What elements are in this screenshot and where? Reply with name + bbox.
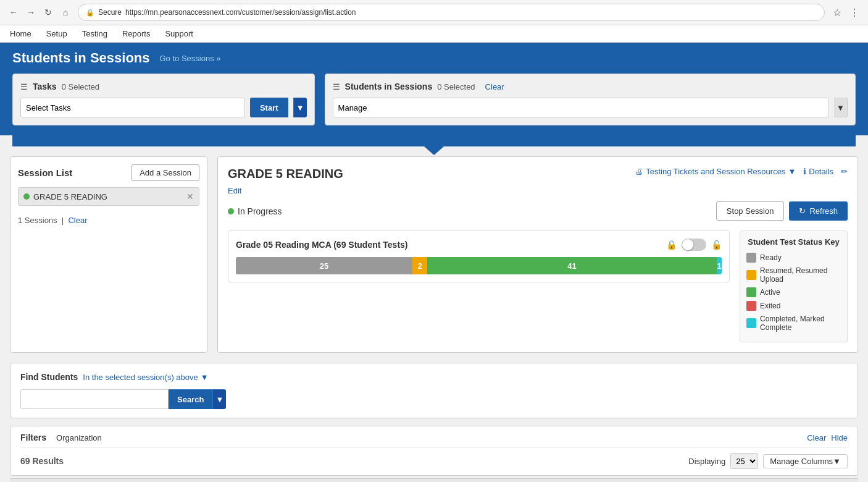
filter-chevron-icon: ▼ [201, 373, 209, 382]
testing-tickets-link[interactable]: 🖨 Testing Tickets and Session Resources … [635, 167, 796, 176]
refresh-button[interactable]: ↻ Refresh [789, 201, 848, 221]
grade-content: Grade 05 Reading MCA (69 Student Tests) … [228, 230, 730, 342]
manage-columns-button[interactable]: Manage Columns▼ [763, 454, 848, 468]
resumed-label: Resumed, Resumed Upload [760, 266, 841, 284]
sessions-manage-select[interactable]: Manage [333, 98, 829, 117]
lock-open-icon: 🔓 [711, 240, 722, 250]
grade-session-actions: 🖨 Testing Tickets and Session Resources … [635, 167, 848, 176]
sessions-clear-link[interactable]: Clear [485, 82, 504, 91]
nav-reports[interactable]: Reports [122, 29, 151, 38]
add-session-button[interactable]: Add a Session [131, 164, 199, 181]
sessions-icon: ☰ [333, 82, 340, 91]
bookmark-button[interactable]: ☆ [830, 5, 845, 20]
sessions-controls: Manage ▼ [333, 98, 848, 117]
refresh-icon: ↻ [799, 206, 806, 216]
menu-button[interactable]: ⋮ [847, 5, 862, 20]
tasks-panel-header: ☰ Tasks 0 Selected [20, 82, 307, 91]
completed-swatch [746, 318, 756, 328]
back-button[interactable]: ← [6, 5, 21, 20]
details-link[interactable]: ℹ Details [803, 167, 833, 176]
find-students-label: Find Students [20, 372, 78, 382]
per-page-select[interactable]: 25 [730, 453, 758, 469]
status-key-item-active: Active [746, 287, 841, 297]
filters-results-section: Filters Organization Clear Hide 69 Resul… [10, 426, 858, 476]
grade-session-title: GRADE 5 READING [228, 167, 343, 181]
lock-closed-icon: 🔒 [666, 240, 677, 250]
search-button[interactable]: Search [169, 389, 212, 409]
find-students-input[interactable] [20, 389, 169, 409]
home-button[interactable]: ⌂ [58, 5, 73, 20]
active-swatch [746, 287, 756, 297]
active-label: Active [760, 288, 780, 297]
manage-arrow-button[interactable]: ▼ [834, 98, 848, 117]
tasks-controls: Select Tasks Start ▼ [20, 98, 307, 117]
completed-label: Completed, Marked Complete [760, 315, 841, 332]
goto-sessions-link[interactable]: Go to Sessions » [160, 54, 221, 63]
tasks-panel: ☰ Tasks 0 Selected Select Tasks Start ▼ [12, 74, 315, 125]
exited-label: Exited [760, 302, 780, 310]
results-row: 69 Results Displaying 25 Manage Columns▼ [20, 448, 848, 469]
blue-connector [12, 135, 856, 146]
sessions-panel-title: Students in Sessions [345, 82, 433, 91]
tasks-icon: ☰ [20, 82, 28, 91]
toggle-switch[interactable] [682, 239, 706, 251]
nav-home[interactable]: Home [10, 29, 31, 38]
status-key-title: Student Test Status Key [746, 237, 841, 247]
exited-swatch [746, 301, 756, 311]
top-navigation: Home Setup Testing Reports Support [0, 25, 868, 43]
session-list-header: Session List Add a Session [18, 164, 199, 181]
edit-icon[interactable]: ✏ [841, 167, 848, 176]
nav-support[interactable]: Support [165, 29, 193, 38]
secure-label: Secure [98, 8, 122, 17]
stop-session-button[interactable]: Stop Session [716, 201, 785, 221]
sessions-count-label: 1 Sessions [18, 216, 57, 225]
table-header-row: D Last Name First Name Middle Name Usern… [10, 478, 858, 482]
filters-clear-link[interactable]: Clear [807, 433, 826, 442]
find-students-filter-button[interactable]: In the selected session(s) above ▼ [83, 373, 208, 382]
sessions-panel-count: 0 Selected [437, 82, 475, 91]
session-list-panel: Session List Add a Session GRADE 5 READI… [10, 156, 207, 353]
session-footer: 1 Sessions | Clear [18, 216, 199, 225]
session-list-clear-link[interactable]: Clear [68, 216, 87, 225]
filters-hide-link[interactable]: Hide [831, 433, 848, 442]
nav-setup[interactable]: Setup [46, 29, 67, 38]
status-key-item-ready: Ready [746, 253, 841, 263]
bar-teal: 1 [717, 257, 722, 274]
session-close-button[interactable]: ✕ [186, 192, 194, 201]
status-key-item-resumed: Resumed, Resumed Upload [746, 266, 841, 284]
sessions-panel-header: ☰ Students in Sessions 0 Selected Clear [333, 82, 848, 91]
search-arrow-button[interactable]: ▼ [212, 389, 226, 409]
reload-button[interactable]: ↻ [41, 5, 56, 20]
address-bar[interactable]: 🔒 Secure https://mn.pearsonaccessnext.co… [78, 4, 825, 21]
browser-nav-buttons: ← → ↻ ⌂ [6, 5, 73, 20]
find-students-header: Find Students In the selected session(s)… [20, 372, 848, 382]
filters-row: Filters Organization Clear Hide [20, 433, 848, 448]
content-row: Session List Add a Session GRADE 5 READI… [10, 156, 858, 353]
page-title: Students in Sessions [12, 50, 150, 66]
in-progress-status: In Progress [228, 206, 282, 216]
progress-bar: 25 2 41 1 [236, 257, 722, 274]
page-header: Students in Sessions Go to Sessions » [0, 43, 868, 74]
test-card: Grade 05 Reading MCA (69 Student Tests) … [228, 230, 730, 282]
filter-label: In the selected session(s) above [83, 373, 198, 382]
start-button[interactable]: Start [250, 98, 288, 117]
tasks-count: 0 Selected [62, 82, 99, 91]
sessions-panel: ☰ Students in Sessions 0 Selected Clear … [325, 74, 856, 125]
tasks-title: Tasks [33, 82, 57, 91]
start-arrow-button[interactable]: ▼ [293, 98, 307, 117]
edit-link[interactable]: Edit [228, 186, 241, 195]
session-item[interactable]: GRADE 5 READING ✕ [18, 187, 199, 206]
test-card-title: Grade 05 Reading MCA (69 Student Tests) [236, 240, 408, 250]
secure-icon: 🔒 [86, 9, 94, 17]
session-second-row: Grade 05 Reading MCA (69 Student Tests) … [228, 230, 848, 342]
bar-orange: 2 [412, 257, 427, 274]
nav-testing[interactable]: Testing [82, 29, 107, 38]
forward-button[interactable]: → [23, 5, 38, 20]
printer-icon: 🖨 [635, 167, 643, 176]
find-students-section: Find Students In the selected session(s)… [10, 363, 858, 418]
tasks-select[interactable]: Select Tasks [20, 98, 245, 117]
test-card-controls: 🔒 🔓 [666, 239, 722, 251]
session-list-title: Session List [18, 167, 72, 178]
bar-green: 41 [427, 257, 717, 274]
session-status-dot [23, 193, 30, 200]
